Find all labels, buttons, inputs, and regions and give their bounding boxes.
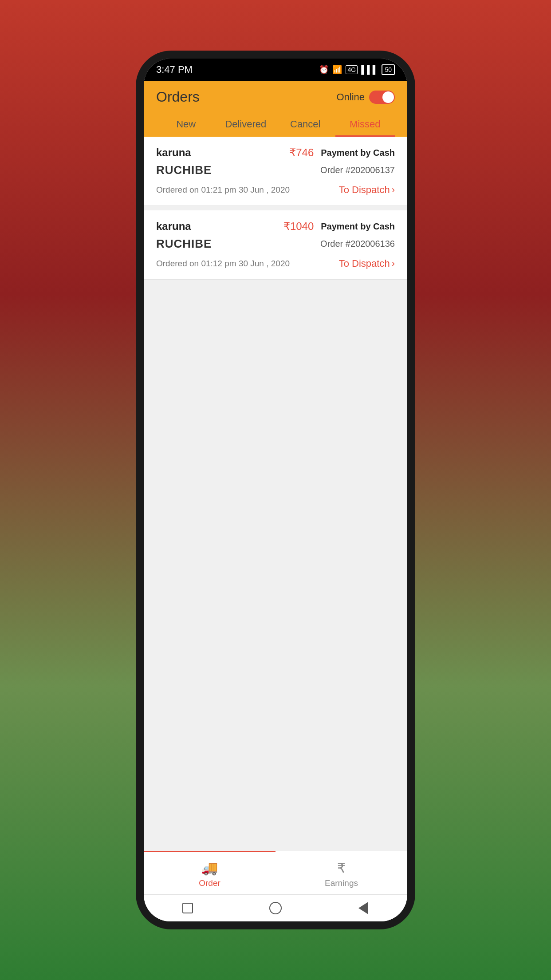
order-row-top: karuna ₹746 Payment by Cash	[156, 146, 395, 159]
truck-icon: 🚚	[201, 860, 218, 876]
order-card: karuna ₹746 Payment by Cash RUCHIBE Orde…	[144, 137, 407, 206]
tab-missed[interactable]: Missed	[335, 113, 395, 137]
order-time: Ordered on 01:12 pm 30 Jun , 2020	[156, 259, 290, 269]
payment-info: Payment by Cash	[321, 148, 395, 158]
order-row-bottom: Ordered on 01:12 pm 30 Jun , 2020 To Dis…	[156, 258, 395, 269]
android-nav-bar	[144, 894, 407, 921]
order-amount: ₹746	[289, 146, 314, 159]
orders-list: karuna ₹746 Payment by Cash RUCHIBE Orde…	[144, 137, 407, 851]
order-card: karuna ₹1040 Payment by Cash RUCHIBE Ord…	[144, 210, 407, 280]
dispatch-button[interactable]: To Dispatch ›	[339, 258, 395, 269]
header: Orders Online New Delivered Cancel	[144, 81, 407, 137]
tabs-bar: New Delivered Cancel Missed	[156, 113, 395, 137]
nav-item-order[interactable]: 🚚 Order	[144, 851, 276, 894]
tab-cancel[interactable]: Cancel	[276, 113, 335, 137]
tab-new[interactable]: New	[156, 113, 216, 137]
bottom-nav: 🚚 Order ₹ Earnings	[144, 851, 407, 894]
tab-delivered[interactable]: Delivered	[216, 113, 276, 137]
online-label: Online	[336, 91, 365, 103]
signal-icon: 📶	[332, 65, 342, 75]
nav-label-earnings: Earnings	[325, 878, 358, 888]
dispatch-button[interactable]: To Dispatch ›	[339, 184, 395, 196]
network-icon: 4G	[346, 65, 358, 74]
rupee-nav-icon: ₹	[337, 860, 346, 876]
nav-item-earnings[interactable]: ₹ Earnings	[276, 851, 407, 894]
wifi-bars: ▌▌▌	[361, 65, 378, 75]
android-home-button[interactable]	[268, 901, 283, 915]
android-square-button[interactable]	[181, 901, 195, 915]
dispatch-arrow-icon: ›	[392, 258, 395, 269]
payment-info: Payment by Cash	[321, 221, 395, 232]
customer-name: karuna	[156, 146, 191, 159]
order-row-top: karuna ₹1040 Payment by Cash	[156, 220, 395, 233]
order-row-bottom: Ordered on 01:21 pm 30 Jun , 2020 To Dis…	[156, 184, 395, 196]
nav-label-order: Order	[199, 878, 220, 888]
order-time: Ordered on 01:21 pm 30 Jun , 2020	[156, 185, 290, 195]
status-time: 3:47 PM	[156, 64, 193, 75]
toggle-knob	[382, 91, 394, 103]
header-top: Orders Online	[156, 89, 395, 105]
dispatch-arrow-icon: ›	[392, 184, 395, 196]
restaurant-name: RUCHIBE	[156, 163, 212, 177]
online-section: Online	[336, 91, 395, 104]
square-icon	[182, 903, 193, 913]
back-icon	[358, 902, 368, 914]
page-title: Orders	[156, 89, 200, 105]
order-number: Order #202006136	[320, 239, 395, 249]
alarm-icon: ⏰	[319, 65, 329, 75]
customer-name: karuna	[156, 220, 191, 233]
online-toggle[interactable]	[369, 91, 395, 104]
status-bar: 3:47 PM ⏰ 📶 4G ▌▌▌ 50	[144, 59, 407, 81]
phone-screen: 3:47 PM ⏰ 📶 4G ▌▌▌ 50 Orders Online	[144, 59, 407, 921]
battery-icon: 50	[382, 64, 395, 75]
android-back-button[interactable]	[356, 901, 370, 915]
order-number: Order #202006137	[320, 165, 395, 175]
status-icons: ⏰ 📶 4G ▌▌▌ 50	[319, 64, 395, 75]
restaurant-name: RUCHIBE	[156, 237, 212, 251]
phone-device: 3:47 PM ⏰ 📶 4G ▌▌▌ 50 Orders Online	[136, 51, 415, 929]
circle-icon	[269, 902, 282, 914]
empty-space	[144, 280, 407, 851]
order-amount: ₹1040	[283, 220, 314, 233]
